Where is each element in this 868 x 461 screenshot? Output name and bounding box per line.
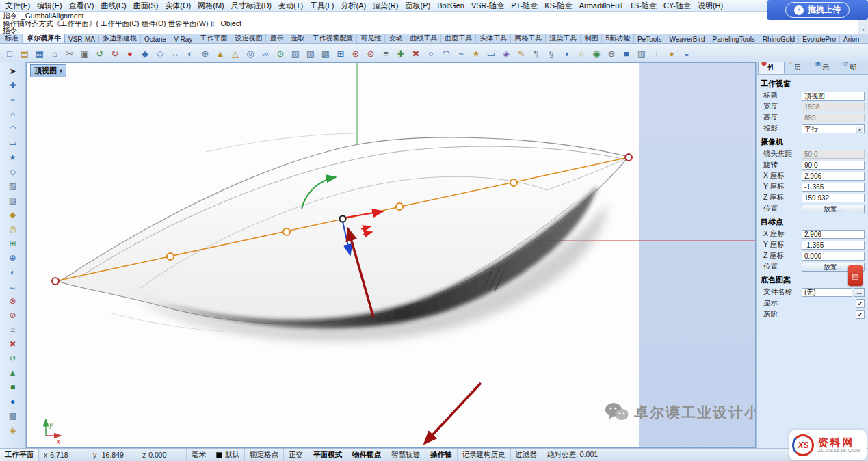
new-file-icon[interactable]: □ — [2, 45, 17, 61]
open-file-icon[interactable]: ▤ — [17, 45, 32, 61]
join-icon[interactable]: ≡ — [378, 45, 393, 61]
panel-tab[interactable]: ▣ 显示 — [811, 62, 839, 74]
osnap-icon[interactable]: ● — [664, 45, 679, 61]
menu-item[interactable]: 编辑(E) — [34, 0, 66, 12]
menu-item[interactable]: 变动(T) — [275, 0, 306, 12]
property-value[interactable]: ✔ — [856, 299, 865, 308]
lock-icon[interactable]: ■ — [4, 380, 22, 394]
property-value[interactable]: 90.0 — [802, 161, 865, 170]
gumball-handle[interactable] — [52, 278, 59, 285]
undo-icon[interactable]: ↺ — [4, 351, 22, 365]
gumball-handle[interactable] — [167, 253, 174, 260]
move-icon[interactable]: ◆ — [137, 45, 153, 61]
menu-item[interactable]: 尺寸标注(D) — [228, 0, 275, 12]
pipe-icon[interactable]: ⊙ — [273, 45, 288, 61]
rotate-icon[interactable]: ◐ — [183, 45, 198, 61]
delete-icon[interactable]: ✖ — [408, 45, 423, 61]
render-icon[interactable]: ☆ — [574, 45, 589, 61]
split-icon[interactable]: ⊘ — [4, 308, 22, 322]
panel-tab[interactable]: ◎ 说明 — [840, 62, 867, 74]
property-value[interactable]: 2.906 — [802, 230, 865, 239]
hatch-icon[interactable]: ▩ — [4, 408, 22, 423]
menu-item[interactable]: 渲染(R) — [369, 0, 402, 12]
cut-icon[interactable]: ✂ — [62, 45, 77, 61]
mirror-icon[interactable]: ↔ — [4, 279, 22, 293]
align-icon[interactable]: ▲ — [4, 365, 22, 380]
toolbar-tab[interactable]: 标准 — [1, 34, 23, 43]
mirror-icon[interactable]: ↔ — [168, 45, 183, 61]
layer-icon[interactable]: ■ — [619, 45, 634, 61]
patch-icon[interactable]: ▨ — [303, 45, 318, 61]
revolve-icon[interactable]: ◎ — [243, 45, 258, 61]
scroll-down-icon[interactable]: ▼ — [861, 27, 865, 34]
gumball-handle[interactable] — [283, 228, 290, 235]
delete-icon[interactable]: ✖ — [4, 337, 22, 351]
hide-icon[interactable]: ● — [4, 394, 22, 408]
menu-item[interactable]: 工具(L) — [306, 0, 337, 12]
menu-item[interactable]: 曲面(S) — [130, 0, 162, 12]
command-area[interactable]: ▲ ▼ 指令: _GumballAlignment操作轴对齐方式《工作平面》( … — [0, 12, 868, 34]
undo-icon[interactable]: ↺ — [92, 45, 107, 61]
status-toggle[interactable]: 锁定格点 — [245, 449, 284, 461]
viewport-title-tab[interactable]: 顶视图 ▾ — [30, 64, 66, 77]
upload-banner[interactable]: ↑ 拖拽上传 — [767, 0, 868, 20]
gumball-handle[interactable] — [396, 203, 403, 210]
circle-icon[interactable]: ○ — [423, 45, 438, 61]
revolve-icon[interactable]: ◎ — [4, 222, 22, 236]
gumball-handle[interactable] — [625, 154, 632, 161]
menu-item[interactable]: 说明(H) — [694, 0, 726, 12]
move-icon[interactable]: ⊕ — [4, 250, 22, 265]
circle-icon[interactable]: ○ — [4, 107, 22, 121]
cplane-button[interactable]: 工作平面 — [0, 449, 39, 461]
property-value[interactable]: -1.365 — [802, 241, 865, 250]
grid-icon[interactable]: ⊞ — [333, 45, 348, 61]
property-value[interactable]: 159.932 — [802, 194, 865, 202]
copy-object-icon[interactable]: ◇ — [153, 45, 168, 61]
property-value[interactable]: (无) — [802, 288, 852, 297]
menu-item[interactable]: CY-随意 — [660, 0, 694, 12]
redo-icon[interactable]: ↻ — [107, 45, 122, 61]
menu-item[interactable]: 曲线(C) — [97, 0, 129, 12]
toolbar-tab[interactable]: 曲面工具 — [441, 34, 476, 43]
toolbar-tab[interactable]: 变动 — [385, 34, 406, 43]
menu-item[interactable]: BoltGen — [434, 1, 468, 10]
panel-tab[interactable]: ◉ 属性 — [758, 62, 785, 74]
explode-icon[interactable]: ◈ — [4, 423, 22, 437]
sweep-icon[interactable]: ▨ — [4, 193, 22, 207]
home-view-icon[interactable]: ⌂ — [47, 45, 62, 61]
shade-icon[interactable]: ◑ — [559, 45, 574, 61]
loft-icon[interactable]: △ — [228, 45, 243, 61]
property-value[interactable]: 2.906 — [802, 172, 865, 181]
property-value[interactable]: 0.000 — [802, 252, 865, 261]
property-value[interactable]: -1.365 — [802, 183, 865, 192]
material-icon[interactable]: ◉ — [589, 45, 604, 61]
toolbar-tab[interactable]: 设定视图 — [231, 34, 266, 43]
toolbar-tab[interactable]: 5新功能 — [602, 34, 634, 43]
text-icon[interactable]: ¶ — [529, 45, 544, 61]
status-toggle[interactable]: 操作轴 — [425, 449, 458, 461]
toolbar-tab[interactable]: V-Ray — [170, 35, 196, 43]
paste-icon[interactable]: ▣ — [77, 45, 92, 61]
menu-item[interactable]: 查看(V) — [66, 0, 98, 12]
surface-icon[interactable]: ▧ — [288, 45, 303, 61]
menu-item[interactable]: VSR-随意 — [468, 0, 508, 12]
toolbar-tab[interactable]: PeTools — [634, 35, 666, 43]
mesh-icon[interactable]: ▩ — [318, 45, 333, 61]
panel-tab[interactable]: ≡ 图层 — [785, 62, 811, 74]
toolbar-tab[interactable]: WeaverBird — [666, 35, 709, 43]
property-value[interactable]: 顶视图 — [802, 92, 865, 101]
property-value[interactable]: 50.0 — [802, 150, 865, 159]
toolbar-tab[interactable]: 制图 — [581, 34, 602, 43]
upload-button[interactable]: ↑ 拖拽上传 — [785, 2, 850, 18]
trim-icon[interactable]: ⊗ — [348, 45, 363, 61]
polygon-icon[interactable]: ★ — [469, 45, 484, 61]
save-icon[interactable]: ▦ — [32, 45, 47, 61]
viewport[interactable]: y x 顶视图 ▾ 卓尔谟工业设计小站 — [26, 62, 756, 448]
layer-indicator[interactable]: 默认 — [211, 449, 245, 461]
split-icon[interactable]: ⊘ — [363, 45, 378, 61]
extrude-icon[interactable]: ▲ — [213, 45, 228, 61]
properties-icon[interactable]: ▥ — [634, 45, 649, 61]
status-toggle[interactable]: 智慧轨迹 — [386, 449, 425, 461]
toolbar-tab[interactable]: 实体工具 — [476, 34, 511, 43]
toolbar-tab[interactable]: PanelingTools — [709, 35, 759, 43]
